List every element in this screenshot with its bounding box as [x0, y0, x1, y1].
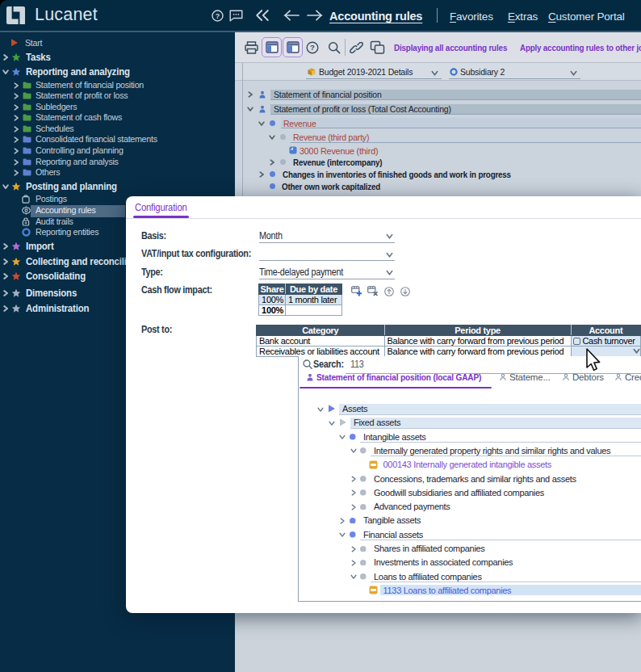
svg-text:?: ?: [216, 12, 220, 20]
svg-text:?: ?: [310, 43, 315, 52]
